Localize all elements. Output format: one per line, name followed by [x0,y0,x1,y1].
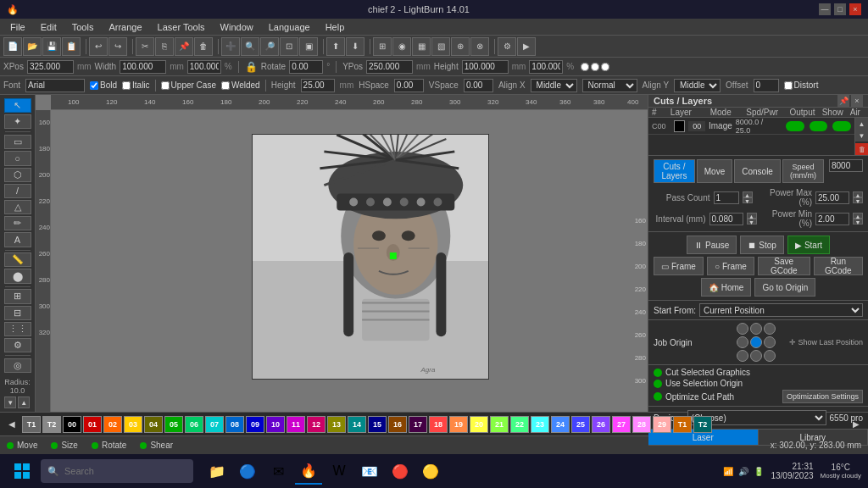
uppercase-checkbox[interactable]: Upper Case [161,80,216,90]
width-input[interactable] [120,60,166,74]
menu-laser-tools[interactable]: Laser Tools [151,20,212,34]
export-button[interactable]: ⬇ [346,37,364,56]
menu-file[interactable]: File [3,20,32,34]
tab-console[interactable]: Console [734,159,781,183]
pass-count-up[interactable]: ▲ [743,191,753,197]
layer-air-toggle[interactable] [832,121,851,131]
welded-checkbox[interactable]: Welded [221,80,260,90]
power-min-input[interactable] [815,213,849,225]
frame-button2[interactable]: ○ Frame [707,257,754,275]
grid-tool[interactable]: ⊟ [4,306,31,320]
taskbar-app7[interactable]: 🔴 [387,458,414,485]
camera-tool[interactable]: ◎ [4,358,31,373]
hspace-input[interactable] [394,79,424,92]
interval-input[interactable] [709,213,743,225]
rect-tool[interactable]: ▭ [4,135,31,149]
taskbar-search-bar[interactable]: 🔍 [41,459,193,483]
radio3[interactable] [601,63,609,71]
mode-select[interactable]: Normal [582,79,637,92]
bool-button[interactable]: ⊗ [470,37,489,56]
origin-tl[interactable] [737,323,748,335]
path-tool[interactable]: ✏ [4,216,31,230]
scroll-down-btn[interactable]: ▼ [855,130,868,141]
layer-chip-02-4[interactable]: 02 [103,416,122,433]
menu-tools[interactable]: Tools [65,20,101,34]
layer-chip-T1-0[interactable]: T1 [22,416,41,433]
layer-chip-21-23[interactable]: 21 [490,416,509,433]
text-tool[interactable]: A [4,232,31,247]
go-to-origin-button[interactable]: Go to Origin [754,278,815,297]
welded-check[interactable] [221,81,230,90]
delete-layer-btn[interactable]: 🗑 [855,143,868,155]
measure-tool[interactable]: 📏 [4,252,31,267]
save-button[interactable]: 💾 [42,37,61,56]
add-button[interactable]: ➕ [221,37,240,56]
copy-button[interactable]: ⎘ [155,37,174,56]
minimize-button[interactable]: — [819,3,831,15]
radio2[interactable] [591,63,599,71]
layer-chip-10-12[interactable]: 10 [266,416,285,433]
fill-tool[interactable]: ⬤ [4,269,31,283]
save-gcode-button[interactable]: Save GCode [758,257,810,275]
layer-chip-T2-1[interactable]: T2 [42,416,61,433]
speed-value-input[interactable] [829,159,863,172]
power-max-up[interactable]: ▲ [853,191,863,197]
tab-cuts-layers[interactable]: Cuts / Layers [654,159,695,183]
layer-chip-25-27[interactable]: 25 [571,416,590,433]
power-min-up[interactable]: ▲ [853,213,863,219]
italic-checkbox[interactable]: Italic [122,80,150,90]
xpos-input[interactable] [27,60,74,74]
height-input[interactable] [462,60,509,74]
panel-close-btn[interactable]: × [851,95,863,107]
array-tool[interactable]: ⋮⋮ [4,322,31,336]
canvas-background[interactable]: Agra 160180200 220240 260280 300 [51,110,648,412]
layer-chip-18-20[interactable]: 18 [429,416,448,433]
width-pct-input[interactable] [187,60,221,74]
line-tool[interactable]: / [4,184,31,198]
taskbar-file-explorer[interactable]: 📁 [203,458,231,485]
optimization-settings-button[interactable]: Optimization Settings [782,390,863,403]
panel-pin-btn[interactable]: 📌 [837,95,849,107]
menu-help[interactable]: Help [319,20,352,34]
layer-chip-22-24[interactable]: 22 [510,416,529,433]
crop-tool[interactable]: ⊞ [4,289,31,303]
taskbar-word[interactable]: W [326,458,353,485]
layer-chip-00-2[interactable]: 00 [63,416,81,433]
vspace-input[interactable] [464,79,493,92]
distort-checkbox[interactable]: Distort [784,80,819,90]
origin-bl[interactable] [737,350,748,362]
font-height-input[interactable] [301,79,335,92]
zoom-out-button[interactable]: 🔎 [260,37,279,56]
layer-show-toggle[interactable] [810,121,828,131]
origin-mr[interactable] [764,336,776,348]
lock-icon[interactable]: 🔒 [245,61,258,73]
offset-input[interactable] [754,79,779,92]
layer-chip-16-18[interactable]: 16 [388,416,407,433]
delete-button[interactable]: 🗑 [194,37,213,56]
layer-output-toggle[interactable] [786,121,804,131]
layer-chip-14-16[interactable]: 14 [348,416,366,433]
taskbar-app8[interactable]: 🟡 [417,458,444,485]
node-button[interactable]: ◉ [392,37,411,56]
layer-chip-17-19[interactable]: 17 [409,416,427,433]
weld-button[interactable]: ⊕ [451,37,470,56]
height-pct-input[interactable] [529,60,563,74]
tab-move[interactable]: Move [697,159,732,183]
italic-check[interactable] [122,81,131,90]
radio1[interactable] [581,63,589,71]
origin-mc[interactable] [750,336,762,348]
maximize-button[interactable]: □ [834,3,846,15]
canvas-area[interactable]: 100 120 140 160 180 200 220 240 260 280 … [36,95,648,412]
save-as-button[interactable]: 📋 [62,37,81,56]
interval-up[interactable]: ▲ [747,213,757,219]
zoom-fit-button[interactable]: ⊡ [280,37,298,56]
paste-button[interactable]: 📌 [175,37,193,56]
layer-chip-06-8[interactable]: 06 [185,416,203,433]
start-from-select[interactable]: Current Position Absolute Coords User Or… [699,303,863,317]
radius-down[interactable]: ▼ [4,396,16,408]
frame-button1[interactable]: ▭ Frame [654,257,704,275]
pass-count-input[interactable] [714,191,739,204]
layer-chip-11-13[interactable]: 11 [287,416,305,433]
ungroup-button[interactable]: ▧ [431,37,450,56]
new-button[interactable]: 📄 [3,37,22,56]
